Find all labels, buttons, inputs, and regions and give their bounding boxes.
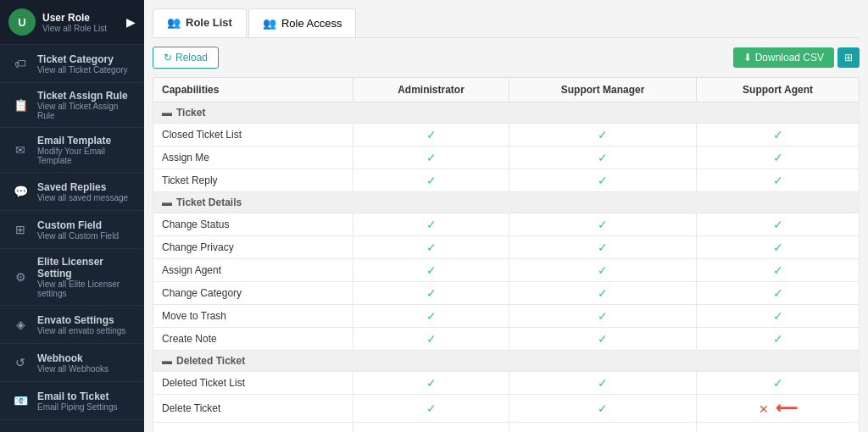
- agent-cell: ✓: [697, 124, 860, 147]
- admin-cell: ✓: [353, 147, 509, 169]
- ticket-assign-rule-sublabel: View all Ticket Assign Rule: [37, 102, 136, 120]
- manager-cell: ✓: [509, 213, 697, 236]
- manager-cell: ✓: [509, 395, 697, 423]
- capability-name: Ticket Reply: [153, 169, 353, 192]
- col-header-capabilities: Capabilities: [153, 78, 353, 102]
- check-icon: ✓: [598, 174, 608, 187]
- col-header-support-agent: Support Agent: [697, 78, 860, 102]
- ticket-category-label: Ticket Category: [37, 53, 128, 65]
- check-icon: ✓: [426, 376, 437, 390]
- main-content: 👥 Role List 👥 Role Access ↻ Reload ⬇ Dow…: [144, 0, 868, 432]
- check-icon: ✓: [426, 263, 437, 277]
- manager-cell: ✓: [509, 328, 697, 351]
- admin-cell: ✓: [353, 282, 509, 305]
- admin-cell: ✓: [353, 259, 509, 282]
- sidebar-title: User Role: [42, 12, 107, 24]
- envato-settings-label: Envato Settings: [37, 314, 125, 326]
- email-to-ticket-icon: 📧: [8, 389, 32, 413]
- ticket-category-sublabel: View all Ticket Category: [37, 65, 128, 75]
- check-icon: ✓: [773, 218, 783, 231]
- sidebar-item-custom-field[interactable]: ⊞ Custom Field View all Custom Field: [0, 211, 144, 249]
- check-icon: ✓: [773, 309, 783, 323]
- check-icon: ✓: [426, 332, 437, 346]
- elite-licenser-label: Elite Licenser Setting: [37, 256, 136, 280]
- agent-cell: ✓: [697, 147, 860, 169]
- email-to-ticket-sublabel: Email Piping Settings: [37, 402, 118, 412]
- check-icon: ✓: [426, 174, 437, 187]
- arrow-icon: ⟵: [776, 428, 798, 432]
- admin-cell: ✓: [353, 423, 509, 433]
- email-template-icon: ✉: [8, 138, 32, 162]
- custom-field-label: Custom Field: [37, 219, 119, 231]
- toolbar-right: ⬇ Download CSV ⊞: [733, 47, 860, 68]
- table-row: Change Status ✓ ✓ ✓: [153, 213, 860, 236]
- sidebar-item-ticket-category[interactable]: 🏷 Ticket Category View all Ticket Catego…: [0, 45, 144, 83]
- table-row: Assign Agent ✓ ✓ ✓: [153, 259, 860, 282]
- sidebar-item-webhook[interactable]: ↺ Webhook View all Webhooks: [0, 344, 144, 382]
- agent-cell: ✓: [697, 236, 860, 259]
- table-row: Assign Me ✓ ✓ ✓: [153, 147, 860, 169]
- capability-name: Create Note: [153, 328, 353, 351]
- table-row: Create Note ✓ ✓ ✓: [153, 328, 860, 351]
- section-label: ▬Deleted Ticket: [153, 351, 860, 372]
- download-label: Download CSV: [755, 52, 824, 64]
- tab-role-access[interactable]: 👥 Role Access: [248, 8, 357, 37]
- capability-name: Move to Trash: [153, 305, 353, 328]
- admin-cell: ✓: [353, 305, 509, 328]
- check-icon: ✓: [598, 332, 608, 346]
- capability-name: Restore Ticket: [153, 423, 353, 433]
- check-icon: ✓: [426, 151, 437, 164]
- sidebar-item-email-to-ticket[interactable]: 📧 Email to Ticket Email Piping Settings: [0, 382, 144, 420]
- sidebar-item-saved-replies[interactable]: 💬 Saved Replies View all saved message: [0, 173, 144, 211]
- sidebar-item-settings[interactable]: ⚙ Settings: [0, 420, 144, 432]
- envato-settings-icon: ◈: [8, 313, 32, 336]
- table-row: Restore Ticket ✓ ✓ ✕⟵: [153, 423, 860, 433]
- reload-button[interactable]: ↻ Reload: [153, 47, 219, 69]
- check-icon: ✓: [598, 402, 608, 415]
- download-csv-button[interactable]: ⬇ Download CSV: [733, 47, 834, 68]
- webhook-sublabel: View all Webhooks: [37, 364, 108, 374]
- sidebar-item-email-template[interactable]: ✉ Email Template Modify Your Email Templ…: [0, 128, 144, 173]
- check-icon: ✓: [598, 151, 608, 164]
- manager-cell: ✓: [509, 282, 697, 305]
- capability-name: Assign Agent: [153, 259, 353, 282]
- check-icon: ✓: [773, 174, 783, 187]
- admin-cell: ✓: [353, 372, 509, 395]
- sidebar-item-elite-licenser[interactable]: ⚙ Elite Licenser Setting View all Elite …: [0, 249, 144, 306]
- manager-cell: ✓: [509, 169, 697, 192]
- ticket-assign-rule-label: Ticket Assign Rule: [37, 90, 136, 102]
- saved-replies-sublabel: View all saved message: [37, 193, 128, 202]
- saved-replies-icon: 💬: [8, 180, 32, 203]
- cross-icon: ✕: [759, 402, 769, 416]
- arrow-icon: ⟵: [776, 400, 798, 417]
- check-icon: ✓: [598, 218, 608, 231]
- section-label: ▬Ticket Details: [153, 192, 860, 213]
- admin-cell: ✓: [353, 395, 509, 423]
- agent-cell: ✓: [697, 328, 860, 351]
- check-icon: ✓: [426, 402, 437, 415]
- capabilities-table: Capabilities Administrator Support Manag…: [153, 77, 860, 432]
- manager-cell: ✓: [509, 124, 697, 147]
- extra-action-button[interactable]: ⊞: [837, 47, 860, 68]
- check-icon: ✓: [426, 286, 437, 300]
- sidebar-arrow-icon: ▶: [126, 15, 136, 29]
- email-to-ticket-label: Email to Ticket: [37, 390, 118, 402]
- custom-field-icon: ⊞: [8, 218, 32, 241]
- table-row: Closed Ticket List ✓ ✓ ✓: [153, 124, 860, 147]
- sidebar-header[interactable]: U User Role View all Role List ▶: [0, 0, 144, 45]
- tab-role-list[interactable]: 👥 Role List: [153, 8, 247, 37]
- agent-cell: ✓: [697, 213, 860, 236]
- sidebar-item-ticket-assign-rule[interactable]: 📋 Ticket Assign Rule View all Ticket Ass…: [0, 83, 144, 128]
- col-header-support-manager: Support Manager: [509, 78, 697, 102]
- role-access-tab-icon: 👥: [263, 17, 276, 30]
- table-row: Deleted Ticket List ✓ ✓ ✓: [153, 372, 860, 395]
- table-section-row: ▬Deleted Ticket: [153, 351, 860, 372]
- table-row: Delete Ticket ✓ ✓ ✕⟵: [153, 395, 860, 423]
- check-icon: ✓: [773, 286, 783, 300]
- check-icon: ✓: [598, 376, 608, 390]
- table-row: Move to Trash ✓ ✓ ✓: [153, 305, 860, 328]
- capability-name: Deleted Ticket List: [153, 372, 353, 395]
- sidebar-item-envato-settings[interactable]: ◈ Envato Settings View all envato settin…: [0, 306, 144, 344]
- capability-name: Change Privacy: [153, 236, 353, 259]
- webhook-label: Webhook: [37, 352, 108, 364]
